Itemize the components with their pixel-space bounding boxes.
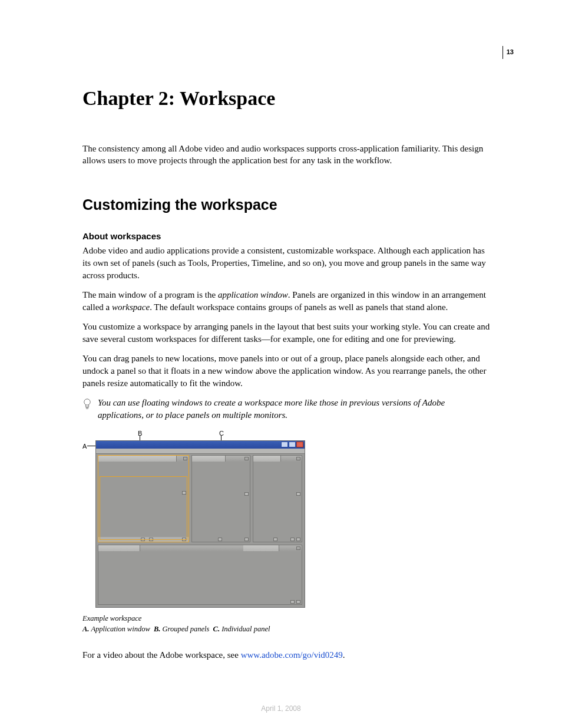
body-paragraph-after-figure: For a video about the Adobe workspace, s… <box>82 649 491 661</box>
figure-callout-label-a: A <box>82 443 87 450</box>
body-paragraph-4: You can drag panels to new locations, mo… <box>82 353 491 390</box>
chapter-intro: The consistency among all Adobe video an… <box>82 143 491 167</box>
caption-key-a: A. <box>82 625 89 633</box>
section-heading: Customizing the workspace <box>82 196 491 213</box>
figure-bottom-panel <box>98 545 302 605</box>
workspace-figure: A B C <box>82 430 306 610</box>
tip-text: You can use floating windows to create a… <box>98 397 491 421</box>
lightbulb-icon <box>82 398 93 413</box>
figure-caption-title: Example workspace <box>82 614 141 622</box>
italic-term-workspace: workspace <box>112 302 150 312</box>
figure-window-buttons <box>281 442 303 447</box>
subsection-heading: About workspaces <box>82 231 491 241</box>
caption-val-b: Grouped panels <box>163 625 210 633</box>
body-paragraph-1: Adobe video and audio applications provi… <box>82 245 491 282</box>
body-paragraph-2: The main window of a program is the appl… <box>82 289 491 314</box>
svg-point-0 <box>84 398 90 404</box>
tip-row: You can use floating windows to create a… <box>82 397 491 421</box>
figure-individual-panel <box>253 455 302 542</box>
figure-titlebar <box>96 441 305 449</box>
caption-val-a: Application window <box>91 625 150 633</box>
figure-block: A B C <box>82 430 491 635</box>
minimize-icon <box>281 442 288 447</box>
page-number: 13 <box>503 46 514 59</box>
page: 13 Chapter 2: Workspace The consistency … <box>0 0 562 728</box>
figure-individual-panel <box>191 455 250 542</box>
callout-line <box>87 446 95 446</box>
footer-date: April 1, 2008 <box>0 704 562 713</box>
figure-menubar <box>96 449 305 454</box>
video-link[interactable]: www.adobe.com/go/vid0249 <box>241 650 343 660</box>
figure-app-window <box>95 440 305 608</box>
chapter-title: Chapter 2: Workspace <box>82 87 491 110</box>
maximize-icon <box>289 442 296 447</box>
italic-term-application-window: application window <box>218 290 288 299</box>
text-run: . <box>343 650 345 660</box>
body-paragraph-3: You customize a workspace by arranging p… <box>82 321 491 345</box>
caption-key-b: B. <box>154 625 160 633</box>
text-run: . The default workspace contains groups … <box>150 302 448 312</box>
caption-val-c: Individual panel <box>222 625 270 633</box>
figure-grouped-panels <box>98 455 189 542</box>
figure-caption: Example workspace A. Application window … <box>82 613 491 635</box>
close-icon <box>296 442 303 447</box>
text-run: The main window of a program is the <box>82 290 218 299</box>
caption-key-c: C. <box>213 625 220 633</box>
text-run: For a video about the Adobe workspace, s… <box>82 650 241 660</box>
